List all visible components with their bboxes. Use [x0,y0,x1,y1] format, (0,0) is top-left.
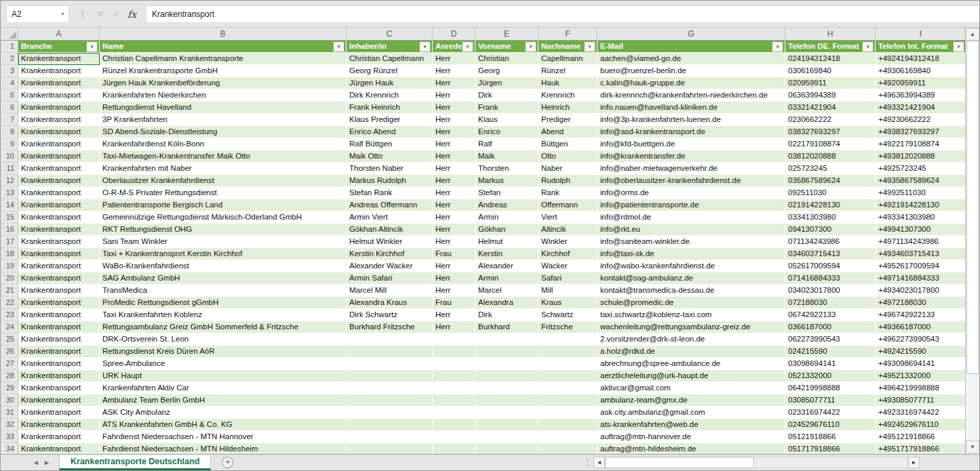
cell[interactable]: Rünzel [538,65,597,77]
row-number[interactable]: 26 [1,346,18,358]
cell[interactable]: kontakt@transmedica-dessau.de [597,285,785,297]
cell[interactable] [475,358,538,370]
cell[interactable]: Herr [433,309,475,321]
cell[interactable]: Frau [433,297,475,309]
cell[interactable]: info@rdmol.de [597,211,785,224]
row-number[interactable]: 3 [1,65,18,77]
filter-dropdown-icon[interactable]: ▾ [333,41,345,52]
horizontal-scrollbar-thumb[interactable] [605,457,754,468]
cell[interactable]: 092511030 [785,187,876,199]
cell[interactable]: 024194312418 [785,53,876,65]
cell[interactable]: Fahrdienst Niedersachsen - MTN Hannover [100,431,347,443]
cell[interactable]: +49521332000 [876,370,966,382]
cell[interactable]: Jürgen [475,77,538,89]
cell[interactable]: Krankentransport [18,187,100,199]
cell[interactable]: a.holz@rdkd.de [597,346,785,358]
cell[interactable]: 06742922133 [785,309,876,321]
cell[interactable]: 0941307300 [785,224,876,236]
cell[interactable]: Thorsten Naber [347,163,433,175]
cell[interactable]: 2.vorsitzender@drk-st-leon.de [597,333,785,346]
cell[interactable]: Christian Capellmann [347,53,433,65]
cell[interactable]: Ralf [475,138,538,150]
cell[interactable]: abrechnung@spree-ambulance.de [597,358,785,370]
cell[interactable]: +493098694141 [876,358,966,370]
cell[interactable]: Frank Heinrich [347,102,433,114]
row-number[interactable]: 14 [1,199,18,211]
cell[interactable]: 071416884333 [785,272,876,285]
cell[interactable] [475,431,538,443]
header-cell-c[interactable]: Inhaber/in▾ [347,41,433,53]
column-header-E[interactable]: E [475,28,538,40]
cell[interactable]: +4934603715413 [876,248,966,260]
cell[interactable]: Krankentransport [18,77,100,89]
cell[interactable]: +49230662222 [876,114,966,126]
cell[interactable]: Herr [433,260,475,272]
cell[interactable]: Büttgen [538,138,597,150]
cell[interactable]: Herr [433,65,475,77]
cell[interactable]: Marcel [475,285,538,297]
row-number[interactable]: 27 [1,358,18,370]
header-cell-b[interactable]: Name▾ [100,41,347,53]
cell[interactable] [347,407,433,419]
cell[interactable]: Krankentransport [18,309,100,321]
filter-dropdown-icon[interactable]: ▾ [953,41,964,52]
cell[interactable]: Sani Team Winkler [100,236,347,248]
scroll-right-icon[interactable]: ► [908,457,920,468]
cell[interactable]: Krankentransport [18,431,100,443]
cell[interactable]: Thorsten [475,163,538,175]
cell[interactable]: Gökhan Altincik [347,224,433,236]
row-number[interactable]: 15 [1,211,18,224]
cell[interactable] [538,382,597,394]
cell[interactable] [347,358,433,370]
cell[interactable]: Armin [475,272,538,285]
cell[interactable] [475,407,538,419]
cell[interactable]: Krankentransport [18,53,100,65]
cell[interactable]: +4972188030 [876,297,966,309]
column-header-A[interactable]: A [18,28,100,40]
cell[interactable]: Naber [538,163,597,175]
cell[interactable] [538,407,597,419]
cell[interactable]: Taxi Krankenfahrten Koblenz [100,309,347,321]
cell[interactable]: Wacker [538,260,597,272]
vertical-scrollbar-thumb[interactable] [966,41,979,374]
cell[interactable]: Krankentransport [18,114,100,126]
cell[interactable]: Dirk [475,89,538,102]
cell[interactable]: Stefan [475,187,538,199]
cell[interactable]: info@asd-krankentransport.de [597,126,785,138]
column-header-I[interactable]: I [876,28,966,40]
cell[interactable]: Helmut [475,236,538,248]
cell[interactable] [347,419,433,431]
cell[interactable]: Kerstin [475,248,538,260]
cell[interactable]: +4923316974422 [876,407,966,419]
cell[interactable]: info@krankentransfer.de [597,150,785,163]
cell[interactable]: DRK-Ortsverein St. Leon [100,333,347,346]
cell[interactable]: auftrag@mtn-hannover.de [597,431,785,443]
cell[interactable]: Krankentransport [18,89,100,102]
cell[interactable]: Christian Capellmann Krankentransporte [100,53,347,65]
cell[interactable]: +4921914228130 [876,199,966,211]
cell[interactable]: 05121918866 [785,431,876,443]
cell[interactable]: O-R-M-S Privater Rettungsdienst [100,187,347,199]
cell[interactable]: Herr [433,53,475,65]
cell[interactable]: Helmut Winkler [347,236,433,248]
cell[interactable]: Jürgen Hauk [347,77,433,89]
cell[interactable]: info@patiententransporte.de [597,199,785,211]
cell[interactable]: +4952617009594 [876,260,966,272]
cell[interactable] [433,431,475,443]
column-header-G[interactable]: G [597,28,785,40]
cell[interactable]: Altincik [538,224,597,236]
cell[interactable]: Herr [433,175,475,187]
cell[interactable]: Christian [475,53,538,65]
cell[interactable]: +493321421904 [876,102,966,114]
cell[interactable]: Enrico [475,126,538,138]
cell[interactable] [347,431,433,443]
cell[interactable] [347,382,433,394]
cell[interactable]: Herr [433,89,475,102]
cell[interactable]: 034603715413 [785,248,876,260]
insert-function-icon[interactable]: fx [124,9,140,20]
cell[interactable]: Taxi + Krankentransport Kerstin Kirchhof [100,248,347,260]
cell[interactable]: Winkler [538,236,597,248]
cell[interactable]: Alexandra [475,297,538,309]
cell[interactable]: Krankentransport [18,297,100,309]
cell[interactable]: +4962273990543 [876,333,966,346]
